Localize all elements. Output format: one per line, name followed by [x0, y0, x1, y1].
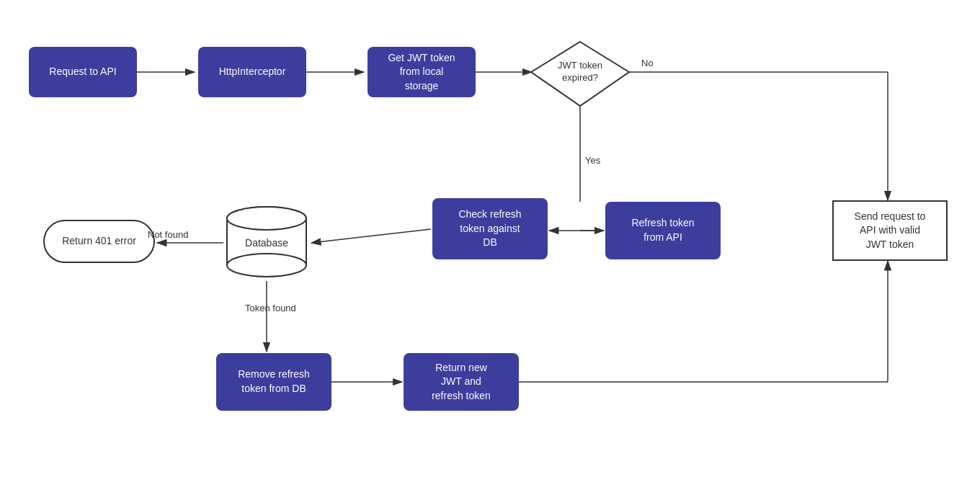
svg-line-9: [311, 229, 431, 243]
return-401-box: Return 401 error: [43, 220, 155, 263]
http-interceptor-box: HttpInterceptor: [198, 47, 306, 97]
svg-text:Database: Database: [245, 237, 288, 249]
database-box: Database: [223, 205, 310, 281]
svg-point-22: [227, 254, 306, 277]
return-new-jwt-box: Return newJWT andrefresh token: [404, 353, 519, 411]
flowchart-diagram: JWT token expired? Request to API HttpIn…: [0, 0, 980, 490]
remove-refresh-box: Remove refreshtoken from DB: [216, 353, 331, 411]
yes-label: Yes: [585, 155, 600, 166]
not-found-label: Not found: [148, 229, 188, 240]
check-refresh-box: Check refreshtoken againstDB: [432, 198, 548, 259]
token-found-label: Token found: [245, 303, 296, 313]
svg-text:expired?: expired?: [562, 72, 598, 83]
svg-marker-15: [531, 42, 629, 106]
get-jwt-box: Get JWT tokenfrom localstorage: [368, 47, 476, 97]
svg-text:JWT token: JWT token: [558, 60, 602, 71]
refresh-token-api-box: Refresh tokenfrom API: [605, 202, 721, 259]
svg-point-23: [227, 207, 306, 230]
no-label: No: [641, 58, 654, 68]
send-request-box: Send request toAPI with validJWT token: [832, 200, 948, 261]
request-to-api-box: Request to API: [29, 47, 137, 97]
